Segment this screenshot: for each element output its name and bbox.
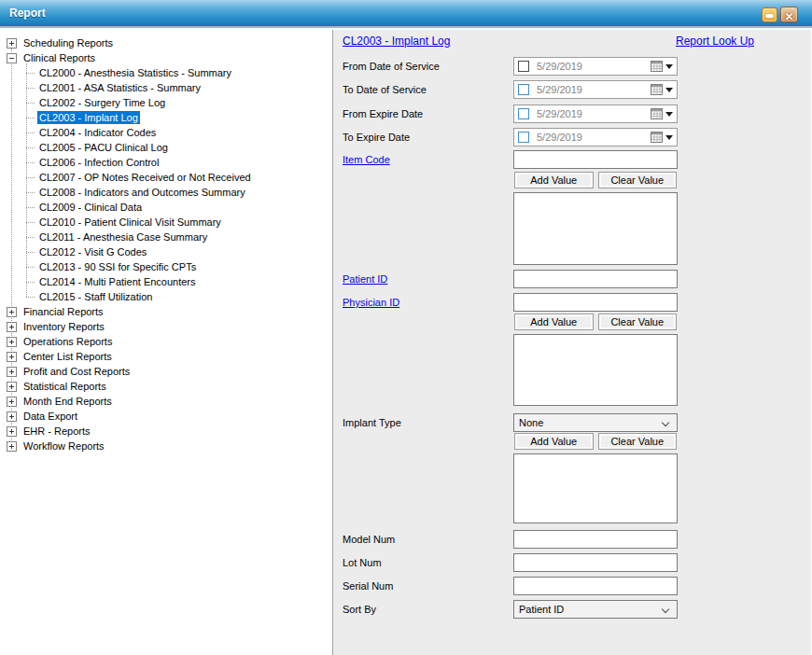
tree-item-cl2015-staff-utilization[interactable]: CL2015 - Staff Utilization (0, 289, 332, 304)
sort-by-dropdown[interactable]: Patient ID (513, 600, 678, 619)
tree-item-cl2010-patient-clinical-visit-summary[interactable]: CL2010 - Patient Clinical Visit Summary (0, 215, 332, 230)
tree-item-center-list-reports[interactable]: Center List Reports (0, 349, 332, 364)
patient-id-input[interactable] (513, 270, 678, 288)
expand-icon[interactable] (7, 426, 17, 437)
id-button-row: Add Value Clear Value (513, 314, 678, 330)
add-value-button[interactable]: Add Value (514, 172, 594, 188)
clear-value-button[interactable]: Clear Value (598, 172, 678, 188)
add-value-button[interactable]: Add Value (514, 433, 594, 450)
clear-value-button[interactable]: Clear Value (598, 433, 678, 450)
date-enable-checkbox[interactable] (518, 61, 529, 72)
tree-item-label: Statistical Reports (21, 380, 108, 393)
tree-item-label: CL2013 - 90 SSI for Specific CPTs (37, 260, 198, 273)
date-value: 5/29/2019 (537, 61, 651, 72)
tree-item-label: CL2015 - Staff Utilization (37, 290, 154, 303)
tree-item-operations-reports[interactable]: Operations Reports (0, 334, 332, 349)
tree-item-inventory-reports[interactable]: Inventory Reports (0, 319, 332, 334)
clear-value-button[interactable]: Clear Value (598, 314, 678, 330)
report-form-pane: CL2003 - Implant Log Report Look Up From… (333, 30, 811, 655)
tree-item-label: CL2000 - Anesthesia Statistics - Summary (37, 66, 233, 79)
calendar-icon[interactable] (651, 108, 663, 119)
tree-item-label: Center List Reports (21, 350, 114, 363)
tree-item-data-export[interactable]: Data Export (0, 409, 332, 424)
patient-id-link[interactable]: Patient ID (343, 273, 387, 285)
tree-item-cl2011-anesthesia-case-summary[interactable]: CL2011 - Anesthesia Case Summary (0, 230, 332, 244)
tree-item-scheduling-reports[interactable]: Scheduling Reports (0, 35, 332, 50)
calendar-icon[interactable] (651, 61, 663, 72)
implant-type-value: None (519, 417, 543, 428)
report-lookup-link[interactable]: Report Look Up (676, 35, 754, 48)
expand-icon[interactable] (7, 397, 17, 407)
tree-item-label: Scheduling Reports (21, 36, 115, 49)
dropdown-arrow-icon[interactable] (665, 88, 673, 92)
id-listbox[interactable] (513, 334, 678, 406)
tree-item-label: Inventory Reports (21, 320, 106, 333)
tree-item-cl2002-surgery-time-log[interactable]: CL2002 - Surgery Time Log (0, 95, 332, 110)
close-button[interactable]: ✕ (780, 7, 798, 22)
tree-item-ehr-reports[interactable]: EHR - Reports (0, 424, 332, 439)
minimize-icon (765, 14, 774, 18)
from-expire-date-picker[interactable]: 5/29/2019 (513, 105, 678, 123)
tree-item-label: CL2011 - Anesthesia Case Summary (37, 230, 209, 244)
tree-item-workflow-reports[interactable]: Workflow Reports (0, 439, 332, 453)
date-enable-checkbox[interactable] (518, 84, 529, 95)
tree-item-cl2012-visit-g-codes[interactable]: CL2012 - Visit G Codes (0, 244, 332, 259)
implant-type-listbox[interactable] (513, 453, 678, 523)
lot-num-input[interactable] (513, 553, 678, 572)
expand-icon[interactable] (7, 38, 17, 49)
tree-item-cl2008-indicators-and-outcomes-summary[interactable]: CL2008 - Indicators and Outcomes Summary (0, 185, 332, 200)
expand-icon[interactable] (7, 382, 17, 392)
tree-item-cl2013-90-ssi-for-specific-cpts[interactable]: CL2013 - 90 SSI for Specific CPTs (0, 259, 332, 274)
expand-icon[interactable] (7, 367, 17, 377)
from-date-of-service-picker[interactable]: 5/29/2019 (513, 57, 678, 76)
tree-item-profit-and-cost-reports[interactable]: Profit and Cost Reports (0, 364, 332, 379)
expand-icon[interactable] (7, 411, 17, 422)
tree-item-cl2000-anesthesia-statistics-summary[interactable]: CL2000 - Anesthesia Statistics - Summary (0, 65, 332, 80)
serial-num-input[interactable] (513, 577, 678, 595)
tree-item-cl2009-clinical-data[interactable]: CL2009 - Clinical Data (0, 200, 332, 215)
implant-type-dropdown[interactable]: None (513, 413, 678, 432)
tree-item-cl2001-asa-statistics-summary[interactable]: CL2001 - ASA Statistics - Summary (0, 80, 332, 95)
item-code-listbox[interactable] (513, 192, 678, 265)
tree-item-financial-reports[interactable]: Financial Reports (0, 304, 332, 319)
tree-item-cl2003-implant-log[interactable]: CL2003 - Implant Log (0, 110, 332, 125)
collapse-icon[interactable] (7, 53, 17, 63)
expand-icon[interactable] (7, 307, 17, 317)
tree-item-cl2014-multi-patient-encounters[interactable]: CL2014 - Multi Patient Encounters (0, 274, 332, 289)
expand-icon[interactable] (7, 441, 17, 452)
expand-icon[interactable] (7, 352, 17, 362)
tree-item-label: EHR - Reports (21, 425, 92, 438)
expand-icon[interactable] (7, 337, 17, 347)
chevron-down-icon (662, 606, 669, 613)
dropdown-arrow-icon[interactable] (665, 64, 673, 69)
model-num-input[interactable] (513, 530, 678, 549)
dropdown-arrow-icon[interactable] (665, 112, 673, 117)
expand-icon[interactable] (7, 322, 17, 332)
tree-item-label: CL2004 - Indicator Codes (37, 126, 158, 139)
tree-item-label: CL2002 - Surgery Time Log (37, 96, 167, 109)
date-enable-checkbox[interactable] (518, 108, 529, 119)
to-date-of-service-picker[interactable]: 5/29/2019 (513, 80, 678, 99)
add-value-button[interactable]: Add Value (514, 314, 594, 330)
dropdown-arrow-icon[interactable] (665, 135, 673, 140)
tree-item-cl2007-op-notes-received-or-not-received[interactable]: CL2007 - OP Notes Received or Not Receiv… (0, 170, 332, 185)
date-enable-checkbox[interactable] (518, 132, 529, 143)
tree-item-cl2005-pacu-clinical-log[interactable]: CL2005 - PACU Clinical Log (0, 140, 332, 155)
tree-item-cl2006-infection-control[interactable]: CL2006 - Infection Control (0, 155, 332, 170)
physician-id-input[interactable] (513, 293, 678, 312)
tree-item-label: Clinical Reports (21, 51, 97, 64)
tree-item-clinical-reports[interactable]: Clinical Reports (0, 50, 332, 65)
tree-item-month-end-reports[interactable]: Month End Reports (0, 394, 332, 409)
report-title-link[interactable]: CL2003 - Implant Log (343, 35, 450, 48)
tree-item-statistical-reports[interactable]: Statistical Reports (0, 379, 332, 394)
to-expire-date-picker[interactable]: 5/29/2019 (513, 128, 678, 146)
physician-id-link[interactable]: Physician ID (343, 297, 399, 308)
calendar-icon[interactable] (651, 84, 663, 95)
tree-item-label: CL2003 - Implant Log (37, 111, 140, 124)
tree-item-cl2004-indicator-codes[interactable]: CL2004 - Indicator Codes (0, 125, 332, 140)
implant-type-label: Implant Type (343, 417, 401, 428)
minimize-button[interactable] (762, 7, 777, 22)
calendar-icon[interactable] (651, 132, 663, 143)
item-code-link[interactable]: Item Code (343, 154, 390, 165)
item-code-input[interactable] (513, 150, 678, 169)
